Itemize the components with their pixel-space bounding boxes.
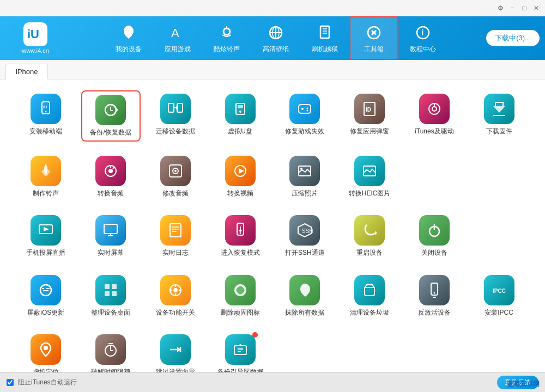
svg-rect-77: [105, 284, 110, 289]
tool-item-convert-audio[interactable]: 转换音频: [81, 152, 141, 201]
tool-item-itunes-driver[interactable]: iTunes及驱动: [405, 90, 464, 142]
nav-item-toolbox[interactable]: 工具箱: [349, 16, 398, 60]
tool-label-clean-junk: 清理设备垃圾: [350, 309, 389, 317]
tool-icon-backup-guide-data: [225, 334, 256, 365]
tool-item-fix-game[interactable]: 修复游戏失效: [275, 90, 335, 142]
tool-item-fake-location[interactable]: 虚拟定位: [16, 331, 76, 372]
settings-icon[interactable]: ⚙: [496, 4, 505, 13]
tool-icon-clean-junk: [354, 275, 385, 305]
tool-icon-wipe-all-data: [289, 275, 320, 305]
svg-rect-32: [299, 105, 311, 113]
tool-item-install-mobile[interactable]: iU安装移动端: [16, 90, 76, 142]
svg-point-92: [433, 292, 435, 293]
tool-item-recovery-mode[interactable]: 进入恢复模式: [210, 212, 270, 261]
tool-label-open-ssh: 打开SSH通道: [285, 249, 325, 258]
tool-item-realtime-screen[interactable]: 实时屏幕: [81, 212, 141, 261]
tool-item-migrate-data[interactable]: 迁移设备数据: [146, 90, 205, 142]
svg-point-53: [300, 168, 302, 170]
tool-item-skip-setup[interactable]: 跳过设置向导: [146, 331, 205, 372]
minimize-icon[interactable]: －: [508, 4, 517, 13]
tool-icon-fix-app-crash: ID: [354, 94, 385, 124]
tool-icon-download-firmware: [484, 94, 514, 124]
nav-icon-tutorials: i: [413, 23, 433, 42]
window-controls: ⚙ － □ ✕: [496, 4, 541, 13]
tool-item-virtual-udisk[interactable]: 虚拟U盘: [210, 90, 270, 142]
tool-label-convert-heic: 转换HEIC图片: [349, 189, 391, 198]
tool-icon-convert-heic: [354, 156, 385, 186]
tool-label-backup-restore: 备份/恢复数据: [90, 128, 131, 137]
svg-text:iU: iU: [27, 27, 39, 41]
tool-item-realtime-log[interactable]: 实时日志: [146, 212, 205, 261]
tool-label-download-firmware: 下载固件: [486, 127, 512, 136]
nav-label-tutorials: 教程中心: [410, 45, 436, 54]
tool-item-download-firmware[interactable]: 下载固件: [469, 90, 529, 142]
nav-item-wallpapers[interactable]: 高清壁纸: [251, 16, 300, 60]
svg-rect-79: [105, 291, 110, 296]
nav-item-jailbreak[interactable]: 刷机越狱: [300, 16, 349, 60]
tool-icon-virtual-udisk: [225, 94, 256, 124]
svg-text:A: A: [171, 26, 179, 40]
tool-item-backup-restore[interactable]: 备份/恢复数据: [81, 90, 141, 142]
tool-item-fix-app-crash[interactable]: ID修复应用弹窗: [340, 90, 399, 142]
tool-item-install-ipcc[interactable]: IPCC安装IPCC: [469, 272, 529, 321]
tool-icon-open-ssh: SSH: [289, 215, 320, 246]
tool-item-break-time-limit[interactable]: 破解时间限额: [81, 331, 141, 372]
tool-item-deactivate-device[interactable]: 反激活设备: [405, 272, 464, 321]
svg-text:IPCC: IPCC: [493, 288, 506, 294]
tool-label-migrate-data: 迁移设备数据: [156, 127, 195, 136]
tab-iphone[interactable]: iPhone: [5, 64, 48, 79]
logo-area[interactable]: iU www.i4.cn: [5, 22, 65, 54]
svg-marker-22: [116, 108, 118, 112]
tool-icon-realtime-screen: [95, 215, 126, 246]
tool-item-clean-junk[interactable]: 清理设备垃圾: [340, 272, 399, 321]
block-itunes-checkbox[interactable]: [7, 379, 14, 386]
nav-item-app-games[interactable]: A 应用游戏: [153, 16, 202, 60]
nav-label-toolbox: 工具箱: [364, 45, 384, 54]
tool-icon-block-ios-update: [31, 275, 61, 305]
tool-label-install-mobile: 安装移动端: [29, 127, 62, 136]
svg-marker-56: [44, 227, 49, 231]
tool-item-screen-mirror[interactable]: 手机投屏直播: [16, 212, 76, 261]
tool-item-shutdown-device[interactable]: 关闭设备: [405, 212, 464, 261]
tool-item-delete-stubborn-icon[interactable]: 删除顽固图标: [210, 272, 270, 321]
tool-label-make-ringtone: 制作铃声: [33, 189, 59, 198]
tool-item-convert-heic[interactable]: 转换HEIC图片: [340, 152, 399, 201]
tool-item-convert-video[interactable]: 转换视频: [210, 152, 270, 201]
tool-label-convert-audio: 转换音频: [98, 189, 124, 198]
nav-icon-wallpapers: [266, 23, 286, 42]
tools-grid: iU安装移动端备份/恢复数据迁移设备数据虚拟U盘修复游戏失效ID修复应用弹窗iT…: [16, 90, 529, 372]
svg-point-19: [45, 111, 47, 113]
tool-item-wipe-all-data[interactable]: 抹除所有数据: [275, 272, 335, 321]
tool-item-organize-desktop[interactable]: 整理设备桌面: [81, 272, 141, 321]
tabbar: iPhone: [0, 60, 545, 79]
nav-item-tutorials[interactable]: i 教程中心: [398, 16, 447, 60]
svg-text:ID: ID: [366, 107, 371, 113]
tool-item-device-func-switch[interactable]: 设备功能开关: [146, 272, 205, 321]
tool-item-restart-device[interactable]: 重启设备: [340, 212, 399, 261]
tool-label-device-func-switch: 设备功能开关: [156, 309, 195, 317]
svg-point-86: [173, 288, 178, 292]
tool-label-virtual-udisk: 虚拟U盘: [228, 127, 252, 136]
tool-item-make-ringtone[interactable]: 制作铃声: [16, 152, 76, 201]
tool-label-convert-video: 转换视频: [227, 189, 253, 198]
nav-item-my-device[interactable]: 我的设备: [104, 16, 153, 60]
tool-item-open-ssh[interactable]: SSH打开SSH通道: [275, 212, 335, 261]
tool-label-backup-guide-data: 备份引导区数据: [217, 368, 263, 372]
tool-icon-realtime-log: [160, 215, 191, 246]
tool-icon-device-func-switch: [160, 275, 191, 305]
main-content: iU安装移动端备份/恢复数据迁移设备数据虚拟U盘修复游戏失效ID修复应用弹窗iT…: [0, 79, 545, 372]
tool-item-backup-guide-data[interactable]: 备份引导区数据: [210, 331, 270, 372]
tool-icon-convert-video: [225, 156, 256, 186]
tool-icon-recovery-mode: [225, 215, 256, 246]
tool-item-compress-photos[interactable]: 压缩照片: [275, 152, 335, 201]
tool-label-shutdown-device: 关闭设备: [421, 249, 447, 258]
tool-item-block-ios-update[interactable]: 屏蔽iOS更新: [16, 272, 76, 321]
nav-item-ringtones[interactable]: 酷炫铃声: [202, 16, 251, 60]
maximize-icon[interactable]: □: [520, 4, 529, 13]
nav-icon-my-device: [119, 23, 138, 42]
tool-label-skip-setup: 跳过设置向导: [156, 368, 195, 372]
download-button[interactable]: 下载中(3)...: [486, 30, 540, 46]
tool-item-edit-audio[interactable]: 修改音频: [146, 152, 205, 201]
close-icon[interactable]: ✕: [532, 4, 541, 13]
bottombar: 阻止iTunes自动运行 意见反馈: [0, 372, 545, 392]
